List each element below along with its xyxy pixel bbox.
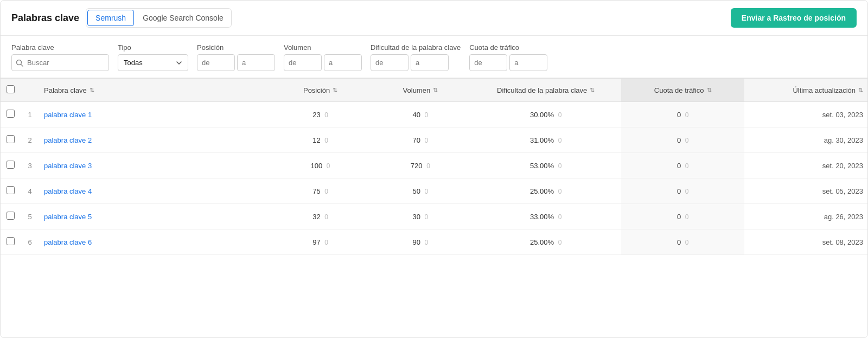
pos-delta: 0	[324, 137, 328, 144]
row-pos: 12 0	[270, 127, 370, 153]
row-pos: 23 0	[270, 102, 370, 127]
th-pos-label: Posición	[303, 86, 330, 94]
filter-posicion-label: Posición	[197, 43, 275, 52]
send-rastreo-button[interactable]: Enviar a Rastreo de posición	[731, 8, 857, 28]
table-header-row: Palabra clave ⇅ Posición ⇅ Volumen	[1, 79, 867, 102]
posicion-range	[197, 54, 275, 71]
row-checkbox-cell[interactable]	[1, 204, 20, 229]
th-diff-label: Dificultad de la palabra clave	[497, 86, 587, 94]
main-container: Palabras clave Semrush Google Search Con…	[0, 0, 868, 338]
pos-delta: 0	[324, 188, 328, 195]
svg-line-1	[21, 64, 23, 66]
diff-delta: 0	[558, 162, 562, 170]
row-checkbox[interactable]	[7, 135, 15, 143]
th-traffic-sort-icon: ⇅	[707, 87, 712, 94]
row-kw: palabra clave 2	[40, 127, 270, 153]
th-diff[interactable]: Dificultad de la palabra clave ⇅	[470, 79, 621, 102]
kw-link[interactable]: palabra clave 6	[44, 238, 92, 246]
cuota-from[interactable]	[469, 54, 507, 71]
row-vol: 70 0	[371, 127, 470, 153]
th-date[interactable]: Última actualización ⇅	[744, 79, 867, 102]
dificultad-from[interactable]	[371, 54, 409, 71]
row-checkbox-cell[interactable]	[1, 178, 20, 204]
th-kw-label: Palabra clave	[44, 86, 87, 94]
th-date-sort-icon: ⇅	[858, 87, 863, 94]
kw-link[interactable]: palabra clave 4	[44, 187, 92, 195]
dificultad-to[interactable]	[411, 54, 449, 71]
row-diff: 33.00% 0	[470, 204, 621, 229]
select-all-checkbox[interactable]	[7, 85, 15, 93]
kw-link[interactable]: palabra clave 1	[44, 111, 92, 119]
cuota-to[interactable]	[509, 54, 547, 71]
th-kw[interactable]: Palabra clave ⇅	[40, 79, 270, 102]
row-vol: 720 0	[371, 153, 470, 178]
diff-delta: 0	[558, 137, 562, 144]
row-checkbox[interactable]	[7, 186, 15, 194]
posicion-to[interactable]	[237, 54, 275, 71]
row-checkbox-cell[interactable]	[1, 153, 20, 178]
th-vol-sort-icon: ⇅	[433, 87, 438, 94]
row-checkbox[interactable]	[7, 161, 15, 169]
pos-delta: 0	[324, 239, 328, 246]
row-diff: 30.00% 0	[470, 102, 621, 127]
row-num: 3	[20, 153, 40, 178]
row-diff: 25.00% 0	[470, 229, 621, 255]
row-date: set. 03, 2023	[744, 102, 867, 127]
row-num: 1	[20, 102, 40, 127]
row-num: 5	[20, 204, 40, 229]
th-traffic[interactable]: Cuota de tráfico ⇅	[621, 79, 744, 102]
row-pos: 97 0	[270, 229, 370, 255]
search-input-wrap	[11, 54, 109, 71]
row-checkbox-cell[interactable]	[1, 102, 20, 127]
kw-link[interactable]: palabra clave 3	[44, 162, 92, 170]
tipo-select[interactable]: Todas Orgánica Pagada	[118, 54, 188, 71]
row-diff: 31.00% 0	[470, 127, 621, 153]
th-pos[interactable]: Posición ⇅	[270, 79, 370, 102]
th-pos-sort-icon: ⇅	[333, 87, 337, 94]
traffic-delta: 0	[685, 162, 689, 170]
tab-semrush[interactable]: Semrush	[87, 10, 134, 26]
search-input[interactable]	[11, 54, 109, 71]
traffic-delta: 0	[685, 111, 689, 119]
cuota-range	[469, 54, 547, 71]
diff-delta: 0	[558, 213, 562, 221]
vol-delta: 0	[425, 213, 429, 221]
filter-volumen-label: Volumen	[284, 43, 362, 52]
row-date: set. 08, 2023	[744, 229, 867, 255]
filter-dificultad-label: Dificultad de la palabra clave	[371, 43, 461, 52]
row-kw: palabra clave 5	[40, 204, 270, 229]
kw-link[interactable]: palabra clave 5	[44, 213, 92, 221]
row-checkbox-cell[interactable]	[1, 229, 20, 255]
vol-delta: 0	[425, 111, 429, 119]
row-checkbox[interactable]	[7, 212, 15, 220]
row-num: 2	[20, 127, 40, 153]
row-kw: palabra clave 3	[40, 153, 270, 178]
row-checkbox[interactable]	[7, 237, 15, 245]
th-vol[interactable]: Volumen ⇅	[371, 79, 470, 102]
volumen-to[interactable]	[324, 54, 362, 71]
table-row: 6 palabra clave 6 97 0 90 0 25.00% 0 0 0…	[1, 229, 867, 255]
diff-delta: 0	[558, 239, 562, 246]
volumen-from[interactable]	[284, 54, 322, 71]
row-diff: 53.00% 0	[470, 153, 621, 178]
filter-tipo-label: Tipo	[118, 43, 188, 52]
row-checkbox[interactable]	[7, 110, 15, 118]
th-kw-sort-icon: ⇅	[90, 87, 94, 94]
table-row: 4 palabra clave 4 75 0 50 0 25.00% 0 0 0…	[1, 178, 867, 204]
search-icon	[16, 59, 23, 67]
row-pos: 100 0	[270, 153, 370, 178]
row-checkbox-cell[interactable]	[1, 127, 20, 153]
tab-gsc[interactable]: Google Search Console	[135, 10, 231, 25]
dificultad-range	[371, 54, 461, 71]
posicion-from[interactable]	[197, 54, 235, 71]
row-pos: 75 0	[270, 178, 370, 204]
row-traffic: 0 0	[621, 153, 744, 178]
th-checkbox	[1, 79, 20, 102]
pos-delta: 0	[327, 162, 330, 170]
filter-kw: Palabra clave	[11, 43, 109, 71]
kw-link[interactable]: palabra clave 2	[44, 136, 92, 144]
row-kw: palabra clave 6	[40, 229, 270, 255]
filter-tipo: Tipo Todas Orgánica Pagada	[118, 43, 188, 71]
row-date: ag. 30, 2023	[744, 127, 867, 153]
row-diff: 25.00% 0	[470, 178, 621, 204]
